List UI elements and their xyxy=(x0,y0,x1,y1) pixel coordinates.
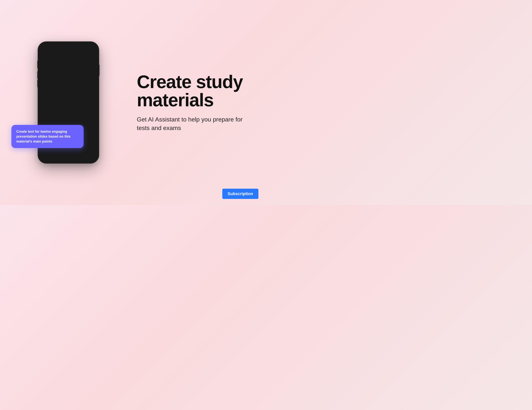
more-icon[interactable]: ⋮ xyxy=(90,47,93,51)
subheadline: Get AI Assistant to help you prepare for… xyxy=(137,115,243,132)
back-arrow-icon[interactable]: ← xyxy=(44,47,47,51)
search-icon[interactable] xyxy=(77,47,81,51)
svg-point-3 xyxy=(84,48,85,49)
page-container: ← ⋮ xyxy=(0,0,266,205)
screen-bottom-section: Secondary Research: Involves analyzing e… xyxy=(43,149,94,157)
ai-bar-menu-button[interactable]: ⋮ xyxy=(88,127,91,130)
svg-point-0 xyxy=(77,47,80,50)
share-icon[interactable] xyxy=(84,47,87,51)
svg-point-2 xyxy=(86,47,87,48)
screen-topbar: ← ⋮ xyxy=(41,45,96,54)
article-banner xyxy=(41,54,96,75)
ai-prompt-bubble: Create text for twelve engaging presenta… xyxy=(11,125,84,148)
svg-line-5 xyxy=(85,49,86,50)
topbar-icons: ⋮ xyxy=(64,47,93,51)
text-section: Create study materials Get AI Assistant … xyxy=(122,73,251,132)
headline-line2: materials xyxy=(137,90,214,110)
secondary-research-label: Secondary Research: xyxy=(46,151,64,153)
svg-line-6 xyxy=(85,48,86,49)
article-intro: Marketing is a critical component of any… xyxy=(44,77,93,103)
article-body: Marketing is a critical component of any… xyxy=(41,75,96,120)
section-title: 8.1 Understanding Market Research xyxy=(44,105,93,108)
svg-point-4 xyxy=(86,49,87,50)
phone-section: ← ⋮ xyxy=(15,42,122,163)
section-intro: of gathering, analyzing, out a market, i… xyxy=(44,109,93,117)
svg-line-1 xyxy=(79,49,80,50)
headline-line1: Create study xyxy=(137,72,243,92)
comment-icon[interactable] xyxy=(71,47,74,51)
ai-prompt-text: Create text for twelve engaging presenta… xyxy=(16,129,79,144)
main-headline: Create study materials xyxy=(137,73,251,109)
highlight-icon[interactable] xyxy=(64,47,68,51)
subscription-badge[interactable]: Subscription xyxy=(222,189,258,199)
